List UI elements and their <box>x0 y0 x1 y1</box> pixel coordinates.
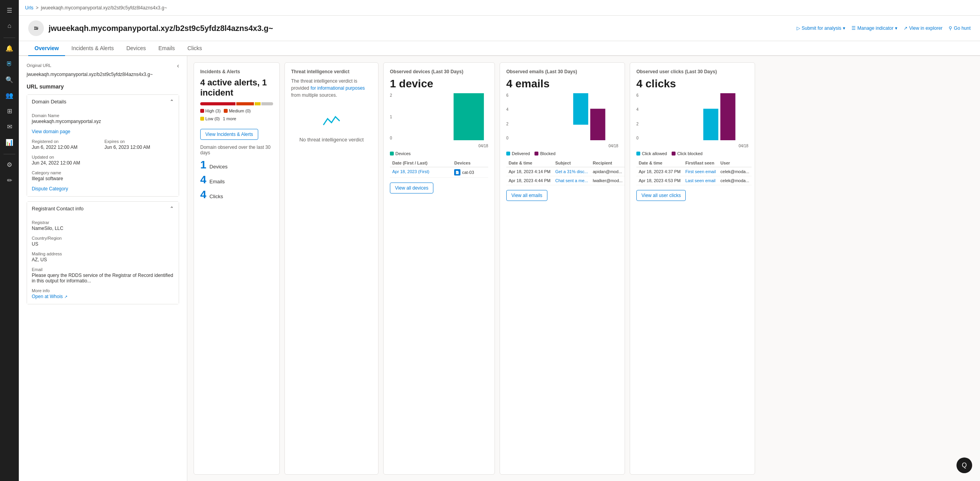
tab-clicks[interactable]: Clicks <box>181 41 208 56</box>
manage-icon: ☰ <box>851 25 856 31</box>
sidebar-edit-icon[interactable]: ✏ <box>2 173 16 187</box>
sidebar-divider-2 <box>4 154 15 154</box>
emails-table: Date & time Subject Recipient Apr 18, 20… <box>506 159 625 185</box>
sidebar-users-icon[interactable]: 👥 <box>2 88 16 102</box>
domain-name-label: Domain Name <box>32 113 174 118</box>
click-seen-1[interactable]: First seen email <box>683 167 718 176</box>
sidebar-email-icon[interactable]: ✉ <box>2 119 16 134</box>
sev-high: High (3) <box>200 108 221 113</box>
chat-button[interactable]: Q <box>956 457 972 473</box>
breadcrumb-current: jwueekaqh.mycompanyportal.xyz/b2st9c5yfd… <box>41 5 167 11</box>
device-date-link[interactable]: Apr 18, 2023 (First) <box>390 167 452 178</box>
sidebar-reports-icon[interactable]: 📊 <box>2 135 16 149</box>
url-summary-title: URL summary <box>27 83 179 90</box>
sidebar-menu-icon[interactable]: ☰ <box>2 3 16 17</box>
updated-on-value: Jun 24, 2022 12:00 AM <box>32 160 174 166</box>
whois-link-text: Open at Whois <box>32 294 63 299</box>
whois-link[interactable]: Open at Whois ↗ <box>32 294 174 299</box>
registrar-label: Registrar <box>32 220 174 225</box>
domain-details-header[interactable]: Domain Details ⌃ <box>27 95 179 108</box>
sev-more-label: 1 more <box>223 116 236 121</box>
click-user-2: celek@moda... <box>718 176 752 185</box>
expires-on-value: Jun 6, 2023 12:00 AM <box>105 145 174 150</box>
manage-indicator-button[interactable]: ☰ Manage indicator ▾ <box>851 25 897 31</box>
observed-devices-card: Observed devices (Last 30 Days) 1 device… <box>383 62 495 475</box>
registrant-chevron-icon: ⌃ <box>170 206 174 212</box>
emails-y-labels: 6 4 2 0 <box>506 93 509 140</box>
submit-analysis-button[interactable]: ▷ Submit for analysis ▾ <box>797 25 845 31</box>
bar-low <box>255 102 261 105</box>
clicks-table-header-row: Date & time First/last seen User <box>636 159 752 167</box>
y-label-0: 0 <box>506 136 509 140</box>
category-name-field: Category name Illegal software Dispute C… <box>32 170 174 192</box>
col-click-date-time: Date & time <box>636 159 683 167</box>
left-panel: Original URL ‹ jwueekaqh.mycompanyportal… <box>19 56 187 481</box>
submit-chevron-icon: ▾ <box>843 25 845 31</box>
bar-medium <box>236 102 254 105</box>
sidebar-security-icon[interactable]: ⛨ <box>2 57 16 71</box>
registrant-contact-header[interactable]: Registrant Contact info ⌃ <box>27 202 179 215</box>
hunt-icon: ⚲ <box>949 25 952 31</box>
svg-rect-0 <box>454 93 484 140</box>
registrant-contact-title: Registrant Contact info <box>32 206 83 212</box>
table-row: Apr 18, 2023 4:44 PM Chat sent a me... l… <box>506 176 625 185</box>
sev-medium-dot <box>224 109 228 113</box>
legend-devices-label: Devices <box>395 151 411 156</box>
bar-high <box>200 102 235 105</box>
click-seen-2[interactable]: Last seen email <box>683 176 718 185</box>
table-row: Apr 18, 2023 (First) 📄 cat-03 <box>390 167 488 178</box>
devices-table-header-row: Date (First / Last) Devices <box>390 159 488 167</box>
registered-on-label: Registered on <box>32 139 101 144</box>
main-content: Urls > jwueekaqh.mycompanyportal.xyz/b2s… <box>19 0 980 481</box>
clicks-card-title: Observed user clicks (Last 30 Days) <box>636 69 748 74</box>
threat-card-title: Threat intelligence verdict <box>291 69 372 74</box>
clicks-label: Clicks <box>210 193 223 199</box>
country-field: Country/Region US <box>32 236 174 247</box>
svg-rect-2 <box>590 109 605 140</box>
svg-rect-3 <box>703 109 718 140</box>
legend-click-allowed-label: Click allowed <box>642 151 667 156</box>
clicks-big-number: 4 clicks <box>636 78 748 90</box>
devices-label: Devices <box>210 164 228 170</box>
sidebar-home-icon[interactable]: ⌂ <box>2 19 16 33</box>
tab-overview[interactable]: Overview <box>28 41 65 56</box>
domain-name-value: jwueekaqh.mycompanyportal.xyz <box>32 119 174 124</box>
sidebar-settings-icon[interactable]: ⚙ <box>2 157 16 172</box>
view-all-emails-button[interactable]: View all emails <box>506 190 547 201</box>
tab-incidents-alerts[interactable]: Incidents & Alerts <box>65 41 120 56</box>
sidebar-search-icon[interactable]: 🔍 <box>2 72 16 87</box>
legend-devices: Devices <box>390 151 411 156</box>
breadcrumb-separator: > <box>36 5 38 11</box>
tab-emails[interactable]: Emails <box>152 41 181 56</box>
observed-emails-card: Observed emails (Last 30 Days) 4 emails … <box>500 62 625 475</box>
domain-observed-title: Domain observed over the last 30 days <box>200 145 273 156</box>
sidebar-apps-icon[interactable]: ⊞ <box>2 104 16 118</box>
view-all-clicks-button[interactable]: View all user clicks <box>636 190 686 201</box>
collapse-url-icon[interactable]: ‹ <box>177 62 179 69</box>
view-all-devices-button[interactable]: View all devices <box>390 183 433 193</box>
y-label-2: 2 <box>506 122 509 126</box>
email-value: Please query the RDDS service of the Reg… <box>32 273 174 284</box>
tab-devices[interactable]: Devices <box>120 41 152 56</box>
header: jwueekaqh.mycompanyportal.xyz/b2st9c5yfd… <box>19 16 980 41</box>
sev-medium-label: Medium (0) <box>229 108 251 113</box>
explorer-label: View in explorer <box>909 25 942 31</box>
category-name-value: Illegal software <box>32 176 174 181</box>
email-subject-1[interactable]: Get a 31% disc... <box>553 167 591 176</box>
email-subject-2[interactable]: Chat sent a me... <box>553 176 591 185</box>
svg-rect-1 <box>573 93 588 125</box>
alert-count: 4 active alerts, 1 incident <box>200 78 273 98</box>
dispute-category-link[interactable]: Dispute Category <box>32 186 174 192</box>
view-explorer-button[interactable]: ↗ View in explorer <box>904 25 942 31</box>
clicks-legend: Click allowed Click blocked <box>636 151 748 156</box>
col-subject: Subject <box>553 159 591 167</box>
view-incidents-button[interactable]: View Incidents & Alerts <box>200 129 258 140</box>
view-domain-page-link[interactable]: View domain page <box>32 129 174 134</box>
go-hunt-button[interactable]: ⚲ Go hunt <box>949 25 971 31</box>
breadcrumb-parent[interactable]: Urls <box>25 5 33 11</box>
domain-details-title: Domain Details <box>32 99 66 105</box>
sidebar-alerts-icon[interactable]: 🔔 <box>2 41 16 55</box>
threat-info-link[interactable]: for informational purposes <box>310 85 365 91</box>
url-summary-section: URL summary <box>27 83 179 90</box>
device-name-cell: cat-03 <box>462 170 474 175</box>
